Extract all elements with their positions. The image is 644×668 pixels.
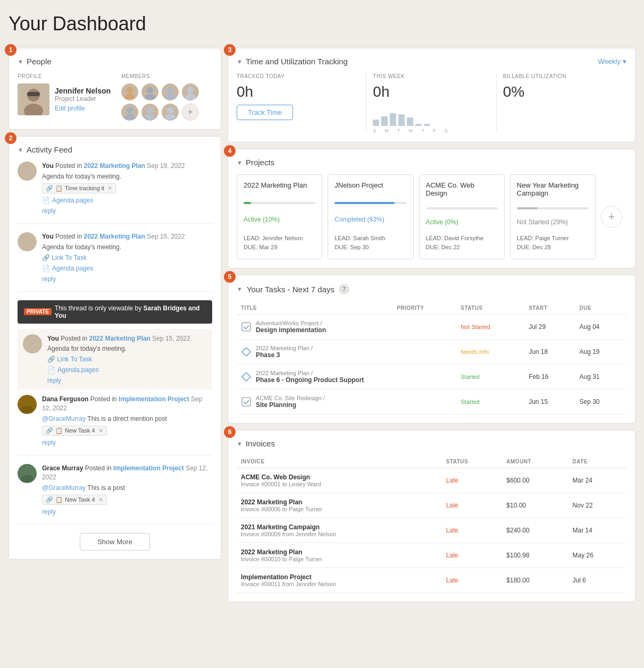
tasks-col-header: TITLE — [237, 302, 392, 315]
bar-label: T — [397, 128, 400, 133]
file-link[interactable]: Agenda.pages — [52, 197, 93, 204]
reply-link[interactable]: reply — [42, 508, 212, 515]
task-link[interactable]: 🔗 Link To Task — [47, 356, 207, 363]
tag-label: Time tracking it — [65, 185, 104, 191]
task-title-cell: 2022 Marketing Plan / Phase 3 — [237, 340, 392, 365]
avatar — [18, 83, 49, 115]
bar — [373, 120, 379, 126]
invoice-project: Implementation Project — [241, 573, 438, 581]
invoice-project: 2022 Marketing Plan — [241, 548, 438, 556]
add-project-button[interactable]: + — [601, 206, 622, 227]
member-avatar[interactable] — [121, 83, 138, 100]
task-title-cell: ACME Co. Site Redesign / Site Planning — [237, 390, 392, 415]
activity-file: 📄 Agenda.pages — [42, 265, 212, 272]
reply-link[interactable]: reply — [47, 377, 207, 384]
svg-point-20 — [23, 235, 31, 243]
svg-point-23 — [26, 345, 38, 352]
show-more-button[interactable]: Show More — [80, 533, 150, 551]
task-project: 2022 Marketing Plan / — [256, 345, 313, 351]
reply-link[interactable]: reply — [42, 207, 212, 215]
tasks-col-header: DUE — [575, 302, 626, 315]
task-priority — [392, 340, 456, 365]
profile-info: Jennifer Nelson Project Leader Edit prof… — [18, 83, 111, 115]
task-project: 2022 Marketing Plan / — [256, 370, 364, 376]
member-avatar[interactable] — [141, 83, 158, 100]
project-card[interactable]: New Year Marketing Campaign Not Started … — [510, 174, 596, 259]
member-avatar[interactable] — [162, 83, 179, 100]
add-member-button[interactable]: + — [182, 104, 199, 121]
invoice-row: ACME Co. Web Design Invoice #00001 to Le… — [237, 468, 626, 493]
time-tracking-label: Time and Utilization Tracking — [246, 57, 348, 66]
svg-point-25 — [21, 406, 33, 413]
invoice-status: Late — [442, 468, 503, 493]
svg-rect-31 — [242, 398, 250, 406]
svg-point-7 — [145, 94, 155, 100]
task-title-cell: 2022 Marketing Plan / Phase 6 - Ongoing … — [237, 365, 392, 390]
invoice-date: May 26 — [568, 543, 626, 568]
invoices-tbody: ACME Co. Web Design Invoice #00001 to Le… — [237, 468, 626, 593]
remove-tag-button[interactable]: ✕ — [98, 427, 103, 434]
invoice-row: 2022 Marketing Plan Invoice #00006 to Pa… — [237, 493, 626, 518]
tasks-header-row: TITLEPRIORITYSTATUSSTARTDUE — [237, 302, 626, 315]
activity-file: 📄 Agenda.pages — [42, 197, 212, 204]
task-row: AdventureWorks Project / Design implemen… — [237, 315, 626, 340]
tasks-table: TITLEPRIORITYSTATUSSTARTDUE AdventureWor… — [237, 302, 626, 415]
track-time-button[interactable]: Track Time — [237, 105, 293, 120]
weekly-selector[interactable]: Weekly ▾ — [598, 57, 626, 65]
file-link[interactable]: Agenda.pages — [57, 366, 98, 374]
task-start: Feb 16 — [524, 365, 575, 390]
task-icon — [241, 322, 252, 332]
project-card[interactable]: ACME Co. Web Design Active (0%) LEAD: Da… — [419, 174, 505, 259]
invoice-amount: $180.00 — [502, 568, 568, 593]
tracked-today-section: TRACKED TODAY 0h Track Time — [237, 73, 366, 133]
svg-point-9 — [165, 94, 175, 100]
reply-link[interactable]: reply — [42, 439, 212, 446]
task-due: Aug 31 — [575, 365, 626, 390]
activity-body: You Posted in 2022 Marketing Plan Sep 15… — [42, 232, 212, 283]
project-name: 2022 Marketing Plan — [244, 181, 315, 189]
project-meta: LEAD: David Forsythe DUE: Dec 22 — [426, 234, 498, 252]
people-panel: 1 ▼ People PROFILE — [9, 48, 221, 130]
bar — [381, 116, 388, 126]
remove-tag-button[interactable]: ✕ — [98, 496, 103, 503]
member-avatar[interactable] — [182, 83, 199, 100]
project-status: Completed (83%) — [334, 216, 406, 223]
profile-section: PROFILE Jennifer Nelson — [18, 73, 111, 121]
activity-file: 📄 Agenda.pages — [47, 366, 207, 374]
bar-label: W — [408, 128, 413, 133]
task-start: Jun 18 — [524, 340, 575, 365]
member-avatar[interactable] — [121, 104, 138, 121]
activity-item: Dana Ferguson Posted in Implementation P… — [18, 395, 212, 455]
invoice-status: Late — [442, 543, 503, 568]
activity-meta: You Posted in 2022 Marketing Plan Sep 15… — [47, 334, 207, 343]
tracked-today-value: 0h — [237, 83, 359, 100]
project-progress-fill — [517, 207, 538, 209]
profile-details: Jennifer Nelson Project Leader Edit prof… — [55, 87, 111, 112]
edit-profile-link[interactable]: Edit profile — [55, 105, 111, 112]
task-link[interactable]: 🔗 Link To Task — [42, 254, 212, 261]
activity-tag: 🔗 📋 New Task 4 ✕ — [42, 495, 107, 505]
file-link[interactable]: Agenda.pages — [52, 265, 93, 272]
activity-item: Grace Murray Posted in Implementation Pr… — [18, 464, 212, 525]
remove-tag-button[interactable]: ✕ — [107, 185, 112, 192]
task-icon — [241, 371, 252, 382]
project-card[interactable]: JNelson Project Completed (83%) LEAD: Sa… — [328, 174, 413, 259]
project-status: Not Started (29%) — [517, 218, 589, 226]
task-icon — [241, 396, 252, 407]
project-card[interactable]: 2022 Marketing Plan Active (10%) LEAD: J… — [237, 174, 322, 259]
task-project: AdventureWorks Project / — [256, 320, 326, 326]
right-column: 3 ▼ Time and Utilization Tracking Weekly… — [228, 48, 635, 602]
invoices-col-header: DATE — [568, 455, 626, 468]
member-avatar[interactable] — [162, 104, 179, 121]
bar — [390, 113, 396, 126]
project-meta: LEAD: Paige Turner DUE: Dec 28 — [517, 234, 589, 252]
bar-col — [373, 120, 379, 126]
bar — [415, 124, 422, 126]
task-priority — [392, 365, 456, 390]
member-avatar[interactable] — [141, 104, 158, 121]
reply-link[interactable]: reply — [42, 275, 212, 283]
time-tracking-grid: TRACKED TODAY 0h Track Time THIS WEEK 0h… — [237, 73, 626, 133]
page-title: Your Dashboard — [9, 9, 635, 39]
task-row: ACME Co. Site Redesign / Site Planning S… — [237, 390, 626, 415]
billable-section: BILLABLE UTILIZATION 0% — [497, 73, 626, 133]
